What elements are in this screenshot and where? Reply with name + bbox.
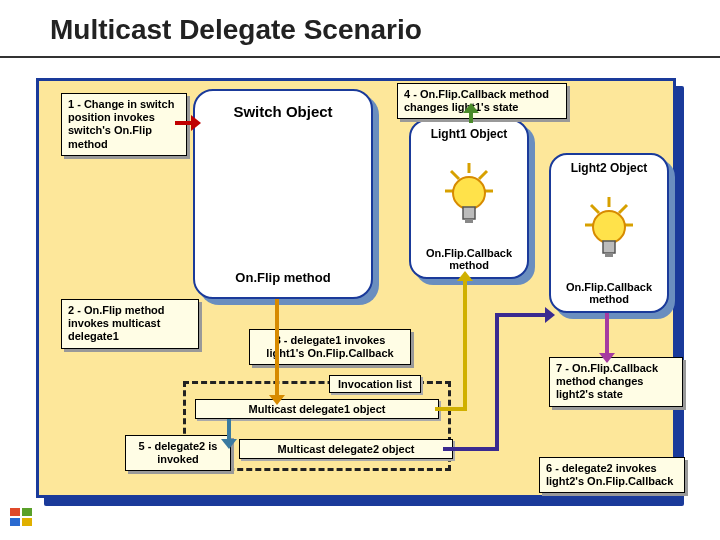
diagram-canvas: Switch Object On.Flip method Light1 Obje…	[36, 78, 684, 508]
arrow-6b	[495, 313, 499, 451]
svg-line-2	[479, 171, 487, 179]
light2-title: Light2 Object	[551, 161, 667, 175]
callout-4: 4 - On.Flip.Callback method changes ligh…	[397, 83, 567, 119]
svg-rect-15	[605, 253, 613, 257]
svg-line-9	[591, 205, 599, 213]
svg-rect-18	[10, 518, 20, 526]
svg-rect-17	[22, 508, 32, 516]
svg-rect-14	[603, 241, 615, 253]
arrow-6-head	[545, 307, 555, 323]
light2-object-card: Light2 Object On.Flip.Callback metho	[549, 153, 669, 313]
light1-object-card: Light1 Object On.Flip.Callback metho	[409, 119, 529, 279]
arrow-2-head	[269, 395, 285, 405]
arrow-1-head	[191, 115, 201, 131]
svg-line-1	[451, 171, 459, 179]
svg-rect-19	[22, 518, 32, 526]
delegate1-bar: Multicast delegate1 object	[195, 399, 439, 419]
callout-3: 3 - delegate1 invokes light1's On.Flip.C…	[249, 329, 411, 365]
page-title: Multicast Delegate Scenario	[50, 14, 422, 46]
lightbulb-icon	[441, 161, 497, 235]
switch-object-card: Switch Object On.Flip method	[193, 89, 373, 299]
arrow-3-head	[457, 271, 473, 281]
invocation-list-label: Invocation list	[329, 375, 421, 393]
svg-rect-6	[463, 207, 475, 219]
arrow-3b	[463, 279, 467, 411]
arrow-4-head	[463, 103, 479, 113]
svg-rect-16	[10, 508, 20, 516]
callout-5: 5 - delegate2 is invoked	[125, 435, 231, 471]
callout-1: 1 - Change in switch position invokes sw…	[61, 93, 187, 156]
outer-card: Switch Object On.Flip method Light1 Obje…	[36, 78, 676, 498]
windows-logo-icon	[10, 508, 38, 532]
svg-point-13	[593, 211, 625, 243]
callout-7: 7 - On.Flip.Callback method changes ligh…	[549, 357, 683, 407]
switch-method-label: On.Flip method	[195, 270, 371, 285]
delegate2-bar: Multicast delegate2 object	[239, 439, 453, 459]
arrow-2	[275, 299, 279, 399]
lightbulb-icon	[581, 195, 637, 269]
switch-title: Switch Object	[195, 103, 371, 120]
callout-2: 2 - On.Flip method invokes multicast del…	[61, 299, 199, 349]
arrow-7	[605, 313, 609, 357]
light1-title: Light1 Object	[411, 127, 527, 141]
arrow-5-head	[221, 439, 237, 449]
arrow-6c	[495, 313, 549, 317]
light2-method-label: On.Flip.Callback method	[551, 281, 667, 305]
arrow-6a	[443, 447, 499, 451]
callout-6: 6 - delegate2 invokes light2's On.Flip.C…	[539, 457, 685, 493]
light1-method-label: On.Flip.Callback method	[411, 247, 527, 271]
title-underline	[0, 56, 720, 58]
svg-point-5	[453, 177, 485, 209]
arrow-7-head	[599, 353, 615, 363]
svg-rect-7	[465, 219, 473, 223]
svg-line-10	[619, 205, 627, 213]
